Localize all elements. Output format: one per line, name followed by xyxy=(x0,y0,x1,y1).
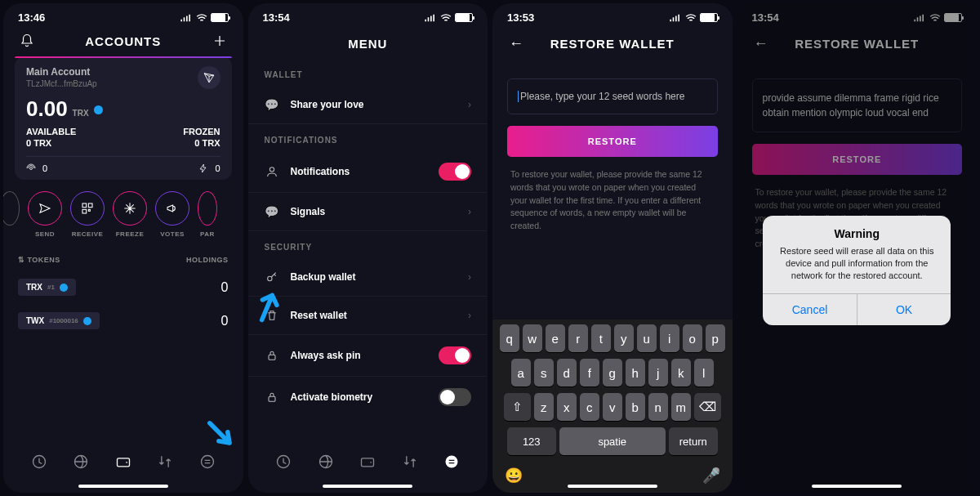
restore-button[interactable]: RESTORE xyxy=(507,126,718,157)
tron-icon xyxy=(198,66,220,89)
help-text: To restore your wallet, please provide t… xyxy=(510,168,715,233)
return-key: return xyxy=(669,427,718,455)
svg-rect-3 xyxy=(82,209,87,213)
lock-icon xyxy=(265,390,279,404)
snowflake-icon xyxy=(123,202,136,215)
verified-icon xyxy=(60,284,68,292)
broadcast-icon xyxy=(26,163,36,173)
svg-point-8 xyxy=(201,456,213,468)
svg-point-10 xyxy=(267,276,271,280)
signal-icon xyxy=(424,14,437,22)
screen-restore-empty: 13:53 ←RESTORE WALLET Please, type your … xyxy=(492,3,733,493)
quick-freeze[interactable]: FREEZE xyxy=(113,191,147,238)
status-icons xyxy=(180,13,229,22)
home-indicator xyxy=(323,485,412,488)
quick-more[interactable]: PAR xyxy=(198,191,217,238)
toggle-biometry[interactable] xyxy=(439,388,471,406)
account-address: TLzJMcf...fmBzuAp xyxy=(26,79,220,88)
quick-receive[interactable]: RECEIVE xyxy=(70,191,105,238)
annotation-arrow xyxy=(203,416,238,452)
token-row[interactable]: TWX#1000016 0 xyxy=(3,304,243,337)
bolt-icon xyxy=(198,163,208,173)
send-icon xyxy=(38,202,51,215)
toggle-askpin[interactable] xyxy=(439,346,471,364)
emoji-key[interactable]: 😀 xyxy=(505,467,523,485)
dialog-message: Restore seed will erase all data on this… xyxy=(763,242,951,293)
tab-market-icon[interactable] xyxy=(275,454,292,470)
screen-menu: 13:54 MENU WALLET 💬Share your love› NOTI… xyxy=(248,3,488,493)
page-title: RESTORE WALLET xyxy=(550,37,675,51)
tab-explore-icon[interactable] xyxy=(318,454,334,470)
ok-button[interactable]: OK xyxy=(858,294,951,325)
tab-menu-icon[interactable] xyxy=(199,454,216,470)
token-row[interactable]: TRX#1 0 xyxy=(3,270,243,304)
holdings-header: HOLDINGS xyxy=(186,256,229,264)
svg-rect-4 xyxy=(88,209,90,211)
mic-key[interactable]: 🎤 xyxy=(702,467,720,485)
account-card[interactable]: Main Account TLzJMcf...fmBzuAp 0.00 TRX … xyxy=(15,56,232,180)
tab-explore-icon[interactable] xyxy=(73,454,89,470)
key-icon xyxy=(265,270,279,284)
quick-peek[interactable] xyxy=(3,191,20,238)
verified-icon xyxy=(83,317,91,325)
space-key: spatie xyxy=(559,427,666,455)
signal-icon xyxy=(669,14,682,22)
chevron-right-icon: › xyxy=(468,206,471,217)
svg-rect-12 xyxy=(269,396,275,401)
tab-wallet-icon[interactable] xyxy=(115,454,131,470)
section-security: SECURITY xyxy=(248,231,488,258)
seed-input[interactable]: Please, type your 12 seed words here xyxy=(507,78,718,114)
tab-transfer-icon[interactable] xyxy=(157,454,173,470)
svg-rect-11 xyxy=(269,355,275,360)
signals-icon: 💬 xyxy=(265,204,279,219)
quick-votes[interactable]: VOTES xyxy=(155,191,189,238)
frozen-label: FROZEN0 TRX xyxy=(183,125,220,148)
menu-signals[interactable]: 💬Signals› xyxy=(248,193,488,231)
chevron-right-icon: › xyxy=(468,310,471,321)
svg-point-0 xyxy=(30,168,33,170)
shift-key: ⇧ xyxy=(504,393,531,421)
menu-askpin[interactable]: Always ask pin xyxy=(248,335,488,377)
menu-backup[interactable]: Backup wallet› xyxy=(248,258,488,297)
status-bar: 13:53 xyxy=(492,3,733,29)
home-indicator xyxy=(78,485,168,488)
menu-share[interactable]: 💬Share your love› xyxy=(248,86,488,124)
menu-notifications[interactable]: Notifications xyxy=(248,151,488,193)
screen-restore-warning: 13:54 ←RESTORE WALLET provide assume dil… xyxy=(737,3,978,493)
status-time: 13:53 xyxy=(507,11,534,24)
chevron-right-icon: › xyxy=(468,271,471,283)
tab-market-icon[interactable] xyxy=(31,454,47,470)
token-holding: 0 xyxy=(221,314,229,328)
warning-dialog: Warning Restore seed will erase all data… xyxy=(763,216,951,325)
toggle-notifications[interactable] xyxy=(439,163,471,181)
tokens-header: ⇅ TOKENS xyxy=(18,256,60,264)
section-wallet: WALLET xyxy=(248,59,488,86)
svg-rect-1 xyxy=(82,203,87,208)
svg-rect-7 xyxy=(117,458,129,467)
back-icon[interactable]: ← xyxy=(509,35,523,52)
plus-icon[interactable] xyxy=(212,34,227,48)
svg-point-16 xyxy=(446,456,458,468)
cancel-button[interactable]: Cancel xyxy=(763,294,858,325)
available-label: AVAILABLE0 TRX xyxy=(26,125,76,148)
wifi-icon xyxy=(195,14,208,22)
qr-icon xyxy=(81,202,94,215)
dialog-title: Warning xyxy=(763,216,951,242)
tab-transfer-icon[interactable] xyxy=(402,454,418,470)
tab-menu-icon[interactable] xyxy=(443,454,460,470)
person-icon xyxy=(265,164,279,179)
bell-icon[interactable] xyxy=(20,34,34,48)
keyboard[interactable]: qwertyuiop asdfghjkl ⇧zxcvbnm⌫ 123spatie… xyxy=(492,319,733,493)
battery-icon xyxy=(211,13,229,22)
balance: 0.00 xyxy=(26,96,68,122)
quick-send[interactable]: SEND xyxy=(28,191,62,238)
tab-wallet-icon[interactable] xyxy=(359,454,376,470)
menu-biometry[interactable]: Activate biometry xyxy=(248,377,488,418)
home-indicator xyxy=(568,485,657,488)
numbers-key: 123 xyxy=(507,427,556,455)
wifi-icon xyxy=(439,14,452,22)
chevron-right-icon: › xyxy=(468,99,471,110)
svg-rect-15 xyxy=(362,458,374,467)
status-time: 13:54 xyxy=(263,11,290,24)
battery-icon xyxy=(700,13,718,22)
